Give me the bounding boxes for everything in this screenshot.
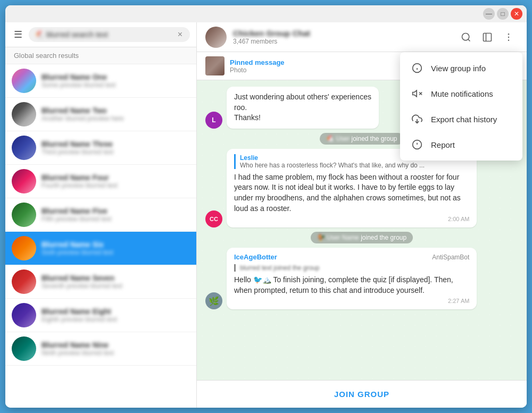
chat-panel: Chicken Group Chat 3,467 members (197, 22, 527, 408)
list-item[interactable]: Blurred Name Nine Ninth preview blurred … (5, 332, 196, 366)
chat-header: Chicken Group Chat 3,467 members (197, 22, 527, 52)
message-avatar: CC (205, 210, 222, 227)
list-item[interactable]: Blurred Name Eight Eighth preview blurre… (5, 299, 196, 332)
quote-text: blurred text joined the group (240, 264, 469, 272)
chat-name: Blurred Name Five (41, 207, 190, 215)
report-icon (411, 138, 423, 151)
app-window: — □ ✕ ☰ 🐔 blurred search text × Global s… (5, 5, 527, 408)
search-icon (461, 32, 471, 43)
dropdown-item-view-info[interactable]: View group info (400, 55, 522, 81)
system-message: 🐓 User Name joined the group (205, 232, 518, 243)
dropdown-item-label: Export chat history (431, 115, 497, 124)
chat-preview: Eighth preview blurred text (41, 316, 190, 323)
message-time: 2:27 AM (234, 298, 469, 304)
system-message-text: 🐔 User joined the group (320, 133, 403, 145)
search-results-label: Global search results (5, 47, 196, 64)
svg-point-0 (462, 33, 469, 40)
dropdown-item-label: Mute notifications (431, 89, 493, 98)
chat-name: Blurred Name Eight (41, 307, 190, 316)
chat-name: Blurred Name Four (41, 173, 190, 182)
quote-block: blurred text joined the group (234, 264, 469, 272)
group-name: Chicken Group Chat (233, 29, 450, 38)
chat-name: Blurred Name Nine (41, 341, 190, 349)
main-content: ☰ 🐔 blurred search text × Global search … (5, 22, 527, 408)
sidebar: ☰ 🐔 blurred search text × Global search … (5, 22, 197, 408)
avatar (12, 102, 36, 127)
message-text: I had the same problem, my flock has bee… (234, 172, 469, 214)
chat-preview: Third preview blurred text (41, 148, 190, 156)
list-item[interactable]: Blurred Name One Some preview blurred te… (5, 64, 196, 98)
dropdown-item-label: Report (431, 140, 455, 149)
message-avatar: 🌿 (205, 292, 222, 309)
message-row: CC Leslie Who here has a roosterless flo… (205, 149, 518, 227)
message-bubble: IceAgeBotter AntiSpamBot blurred text jo… (227, 248, 477, 309)
pinned-thumbnail (205, 56, 225, 75)
chat-preview: Fourth preview blurred text (41, 182, 190, 189)
maximize-button[interactable]: □ (497, 8, 509, 20)
member-count: 3,467 members (233, 38, 450, 45)
avatar (12, 336, 36, 361)
chat-preview: Seventh preview blurred text (41, 282, 190, 290)
avatar (12, 303, 36, 327)
chat-preview: Ninth preview blurred text (41, 349, 190, 357)
header-actions (456, 28, 518, 47)
dropdown-item-export[interactable]: Export chat history (400, 106, 522, 132)
avatar (12, 136, 36, 160)
hamburger-button[interactable]: ☰ (12, 27, 24, 43)
clear-search-button[interactable]: × (177, 30, 184, 39)
chat-name: Blurred Name Six (41, 240, 190, 249)
chat-name: Blurred Name Two (41, 106, 190, 115)
list-item[interactable]: Blurred Name Seven Seventh preview blurr… (5, 265, 196, 299)
group-avatar (205, 27, 227, 48)
avatar (12, 236, 36, 260)
system-message-text: 🐓 User Name joined the group (311, 232, 413, 243)
message-time: 2:00 AM (234, 216, 469, 222)
chat-preview: Another blurred preview here (41, 115, 190, 122)
title-bar: — □ ✕ (5, 5, 527, 22)
dropdown-item-mute[interactable]: Mute notifications (400, 81, 522, 106)
chat-name: Blurred Name Seven (41, 274, 190, 282)
list-item[interactable]: Blurred Name Two Another blurred preview… (5, 98, 196, 131)
dropdown-item-report[interactable]: Report (400, 132, 522, 157)
svg-point-4 (508, 36, 510, 38)
more-options-button[interactable] (499, 28, 518, 47)
search-input-text: 🐔 blurred search text (35, 30, 177, 39)
dropdown-menu: View group info Mute notifications (400, 52, 522, 161)
avatar (12, 203, 36, 227)
message-text: Hello 🐦🏔️ To finish joining, complete th… (234, 275, 469, 296)
list-item[interactable]: Blurred Name Six Sixth preview blurred t… (5, 232, 196, 265)
dropdown-item-label: View group info (431, 64, 486, 73)
chat-preview: Fifth preview blurred text (41, 215, 190, 223)
export-icon (411, 113, 423, 125)
search-input-wrapper: 🐔 blurred search text × (29, 27, 190, 42)
search-bar: ☰ 🐔 blurred search text × (5, 22, 196, 47)
avatar (12, 269, 36, 294)
list-item[interactable]: Blurred Name Five Fifth preview blurred … (5, 198, 196, 232)
bot-label: AntiSpamBot (432, 254, 469, 261)
chat-name: Blurred Name Three (41, 140, 190, 148)
message-text: Just wondering about others' experiences… (234, 92, 371, 123)
svg-point-5 (508, 39, 510, 41)
search-button[interactable] (456, 28, 476, 47)
quote-text: Who here has a roosterless flock? What's… (240, 162, 469, 169)
more-icon (503, 32, 514, 43)
message-bubble: Leslie Who here has a roosterless flock?… (227, 149, 477, 227)
join-group-button[interactable]: JOIN GROUP (334, 390, 389, 399)
bot-sender-name: IceAgeBotter (234, 253, 277, 261)
list-item[interactable]: Blurred Name Three Third preview blurred… (5, 131, 196, 165)
panel-icon (482, 32, 493, 43)
svg-rect-1 (484, 33, 492, 41)
minimize-button[interactable]: — (483, 8, 495, 20)
message-row: 🌿 IceAgeBotter AntiSpamBot blurred text … (205, 248, 518, 309)
panel-toggle-button[interactable] (478, 28, 497, 47)
chat-preview: Some preview blurred text (41, 81, 190, 89)
info-icon (411, 62, 423, 74)
close-button[interactable]: ✕ (511, 8, 522, 20)
avatar (12, 169, 36, 193)
chat-preview: Sixth preview blurred text (41, 249, 190, 256)
message-bubble: Just wondering about others' experiences… (227, 87, 379, 129)
chat-list: Blurred Name One Some preview blurred te… (5, 64, 196, 408)
chat-name: Blurred Name One (41, 73, 190, 81)
list-item[interactable]: Blurred Name Four Fourth preview blurred… (5, 165, 196, 198)
avatar (12, 69, 36, 93)
